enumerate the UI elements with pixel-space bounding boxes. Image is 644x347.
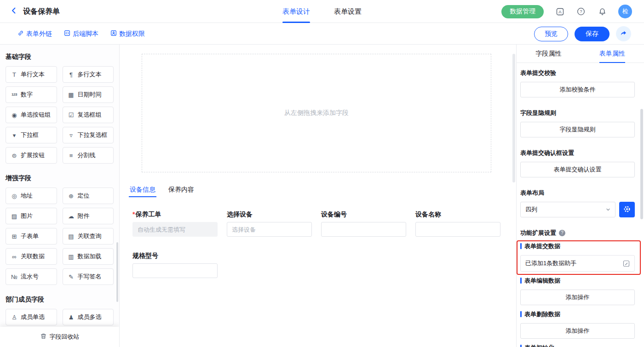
calendar-icon: ▦ bbox=[67, 92, 75, 98]
backend-script-button[interactable]: 后端脚本 bbox=[64, 30, 98, 38]
question-icon[interactable]: ? bbox=[559, 230, 565, 236]
form-field-spec-model[interactable]: 规格型号 bbox=[132, 251, 218, 278]
tab-form-design[interactable]: 表单设计 bbox=[282, 0, 310, 23]
form-field-device-code[interactable]: 设备编号 bbox=[321, 210, 406, 237]
avatar[interactable]: 检 bbox=[618, 5, 632, 18]
form-canvas: 从左侧拖拽来添加字段 设备信息 保养内容 *保养工单 选择设备 设备编号 bbox=[120, 45, 516, 347]
section-title-basic-fields: 基础字段 bbox=[6, 53, 114, 61]
field-item-extend-button[interactable]: ⊜扩展按钮 bbox=[6, 147, 57, 164]
field-item-select[interactable]: ▾下拉框 bbox=[6, 127, 57, 143]
tab-form-properties[interactable]: 表单属性 bbox=[581, 45, 644, 63]
field-item-datetime[interactable]: ▦日期时间 bbox=[63, 86, 114, 103]
form-toolbar: 表单外链 后端脚本 数据权限 预览 保存 bbox=[0, 23, 644, 45]
visibility-rules-title: 字段显隐规则 bbox=[520, 109, 635, 116]
subform-icon: ⊞ bbox=[10, 233, 18, 239]
canvas-scrollbar[interactable] bbox=[512, 54, 515, 182]
field-item-signature[interactable]: ✎手写签名 bbox=[63, 268, 114, 285]
field-label: 设备名称 bbox=[415, 210, 500, 218]
submit-data-value[interactable]: 已添加1条数据助手 bbox=[520, 255, 635, 272]
select-device-input[interactable] bbox=[227, 222, 312, 237]
layout-settings-button[interactable] bbox=[619, 202, 635, 217]
signature-icon: ✎ bbox=[67, 274, 75, 280]
field-item-serial-number[interactable]: №流水号 bbox=[6, 268, 57, 285]
save-button[interactable]: 保存 bbox=[575, 27, 610, 41]
address-icon: ◎ bbox=[10, 193, 18, 199]
data-load-icon: ▥ bbox=[67, 254, 75, 260]
related-query-icon: ▤ bbox=[67, 233, 75, 239]
field-recycle-bin[interactable]: 字段回收站 bbox=[0, 327, 119, 347]
field-sidebar: 基础字段 T单行文本 ¶多行文本 123数字 ▦日期时间 ◉单选按钮组 ☑复选框… bbox=[0, 45, 120, 347]
edit-icon[interactable] bbox=[623, 260, 630, 267]
delete-data-title: 表单删除数据 bbox=[524, 311, 560, 318]
language-icon[interactable]: A bbox=[555, 6, 565, 17]
canvas-tabs: 设备信息 保养内容 bbox=[123, 183, 201, 196]
edit-data-title: 表单编辑数据 bbox=[524, 277, 560, 284]
maintenance-order-input bbox=[132, 222, 218, 237]
gear-icon bbox=[623, 205, 631, 215]
field-item-single-line-text[interactable]: T单行文本 bbox=[6, 66, 57, 83]
bell-icon[interactable] bbox=[597, 6, 607, 17]
field-item-multi-line-text[interactable]: ¶多行文本 bbox=[63, 66, 114, 83]
add-validation-button[interactable]: 添加校验条件 bbox=[520, 82, 635, 97]
visibility-rules-button[interactable]: 字段显隐规则 bbox=[520, 122, 635, 137]
header-tabs: 表单设计 表单设置 bbox=[282, 0, 362, 23]
field-item-member-single[interactable]: ♙成员单选 bbox=[6, 309, 57, 325]
field-item-radio-group[interactable]: ◉单选按钮组 bbox=[6, 107, 57, 123]
device-name-input[interactable] bbox=[415, 222, 500, 237]
data-manage-button[interactable]: 数据管理 bbox=[501, 5, 544, 18]
spec-model-input[interactable] bbox=[132, 263, 218, 278]
location-icon: ⊕ bbox=[67, 193, 75, 199]
field-item-related-data[interactable]: ∞关联数据 bbox=[6, 248, 57, 265]
help-icon[interactable]: ? bbox=[576, 6, 586, 17]
field-item-number[interactable]: 123数字 bbox=[6, 86, 57, 103]
checkbox-group-icon: ☑ bbox=[67, 112, 75, 118]
field-item-subform[interactable]: ⊞子表单 bbox=[6, 228, 57, 245]
tab-form-settings[interactable]: 表单设置 bbox=[334, 0, 362, 23]
extension-settings-title: 功能扩展设置 bbox=[520, 229, 556, 236]
form-layout-title: 表单布局 bbox=[520, 189, 635, 196]
field-item-data-load[interactable]: ▥数据加载 bbox=[63, 248, 114, 265]
field-item-image[interactable]: ▨图片 bbox=[6, 208, 57, 224]
tab-maintenance-content[interactable]: 保养内容 bbox=[162, 183, 201, 196]
data-permission-button[interactable]: 数据权限 bbox=[110, 30, 145, 38]
field-item-multi-select[interactable]: ▿下拉复选框 bbox=[63, 127, 114, 143]
field-dropzone[interactable]: 从左侧拖拽来添加字段 bbox=[142, 54, 491, 172]
field-item-divider[interactable]: ≡分割线 bbox=[63, 147, 114, 164]
properties-scrollbar[interactable] bbox=[640, 109, 643, 219]
form-field-select-device[interactable]: 选择设备 bbox=[227, 210, 312, 237]
properties-tabs: 字段属性 表单属性 bbox=[517, 45, 644, 63]
field-item-related-query[interactable]: ▤关联查询 bbox=[63, 228, 114, 245]
submit-data-title: 表单提交数据 bbox=[524, 243, 560, 250]
layout-select-value: 四列 bbox=[525, 205, 537, 214]
field-item-attachment[interactable]: ☁附件 bbox=[63, 208, 114, 224]
form-field-device-name[interactable]: 设备名称 bbox=[415, 210, 500, 237]
form-field-maintenance-order[interactable]: *保养工单 bbox=[132, 210, 218, 237]
chevron-left-icon bbox=[10, 6, 18, 17]
back-button[interactable] bbox=[8, 6, 19, 17]
section-accent-bar bbox=[520, 345, 522, 347]
share-button[interactable] bbox=[616, 26, 631, 41]
section-accent-bar bbox=[520, 243, 522, 249]
preview-button[interactable]: 预览 bbox=[534, 27, 568, 41]
top-header: 设备保养单 表单设计 表单设置 数据管理 A ? 检 bbox=[0, 0, 644, 23]
field-item-location[interactable]: ⊕定位 bbox=[63, 188, 114, 204]
field-item-address[interactable]: ◎地址 bbox=[6, 188, 57, 204]
required-mark: * bbox=[132, 210, 135, 218]
device-code-input[interactable] bbox=[321, 222, 406, 237]
tab-device-info[interactable]: 设备信息 bbox=[123, 183, 162, 196]
sidebar-scrollbar[interactable] bbox=[116, 242, 118, 302]
field-item-member-multi[interactable]: ♟成员多选 bbox=[63, 309, 114, 325]
member-multi-icon: ♟ bbox=[67, 314, 75, 320]
backend-script-icon bbox=[64, 30, 70, 38]
external-link-button[interactable]: 表单外链 bbox=[17, 30, 52, 38]
submit-confirm-button[interactable]: 表单提交确认设置 bbox=[520, 162, 635, 177]
chevron-down-icon bbox=[606, 206, 610, 213]
edit-data-add-button[interactable]: 添加操作 bbox=[520, 290, 635, 305]
layout-select[interactable]: 四列 bbox=[520, 202, 615, 217]
tab-field-properties[interactable]: 字段属性 bbox=[517, 45, 581, 63]
data-permission-icon bbox=[110, 30, 117, 38]
delete-data-add-button[interactable]: 添加操作 bbox=[520, 323, 635, 339]
image-icon: ▨ bbox=[10, 213, 18, 219]
properties-panel: 字段属性 表单属性 表单提交校验 添加校验条件 字段显隐规则 字段显隐规则 表单… bbox=[516, 45, 644, 347]
field-item-checkbox-group[interactable]: ☑复选框组 bbox=[63, 107, 114, 123]
